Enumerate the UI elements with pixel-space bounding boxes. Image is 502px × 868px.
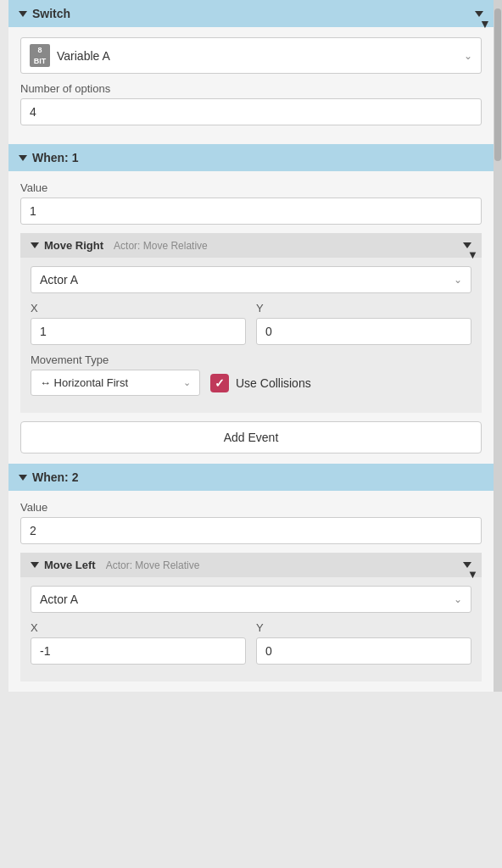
move-left-actor-value: Actor A: [40, 593, 78, 606]
move-left-subsection: Move Left Actor: Move Relative ▼ Actor A…: [20, 553, 482, 682]
when1-header-label: When: 1: [32, 151, 78, 164]
move-left-actor-group: Actor A ⌄: [31, 586, 471, 613]
bit-number: 8: [32, 45, 47, 56]
when1-section-body: Value Move Right Actor: Move Relative ▼: [8, 171, 494, 464]
move-right-collapse-icon: [31, 242, 39, 248]
move-right-menu-icon[interactable]: ▼: [463, 242, 471, 248]
move-right-y-field: Y: [256, 302, 471, 345]
move-left-y-input[interactable]: [256, 637, 471, 665]
use-collisions-container: ✓ Use Collisions: [210, 374, 311, 392]
when2-value-input[interactable]: [20, 517, 482, 544]
movement-dropdown-chevron: ⌄: [183, 377, 191, 388]
when2-value-group: Value: [20, 501, 482, 544]
switch-menu-icon[interactable]: ▼: [475, 11, 483, 17]
move-left-x-field: X: [31, 621, 246, 665]
move-right-actor-dropdown[interactable]: Actor A ⌄: [31, 266, 471, 293]
move-left-collapse-icon: [31, 562, 39, 568]
move-left-menu-icon[interactable]: ▼: [463, 562, 471, 568]
num-options-label: Number of options: [20, 82, 482, 95]
when1-value-label: Value: [20, 181, 482, 194]
variable-dropdown-chevron: ⌄: [464, 50, 472, 62]
movement-type-group: Movement Type ↔ Horizontal First ⌄ ✓ Use…: [31, 353, 471, 396]
move-right-actor-chevron: ⌄: [454, 274, 462, 286]
move-right-y-input[interactable]: [256, 318, 471, 345]
when1-section-header[interactable]: When: 1: [8, 144, 494, 171]
move-right-actor-value: Actor A: [40, 273, 78, 287]
variable-dropdown[interactable]: 8 BIT Variable A ⌄: [20, 37, 482, 74]
move-right-actor-label: Actor: Move Relative: [114, 240, 208, 252]
variable-field-group: 8 BIT Variable A ⌄: [20, 37, 482, 74]
variable-dropdown-label: Variable A: [57, 49, 457, 63]
bit-label: BIT: [32, 56, 47, 67]
when1-collapse-icon: [19, 155, 27, 161]
switch-collapse-icon: [19, 11, 27, 17]
move-right-x-field: X: [31, 302, 246, 345]
move-left-x-input[interactable]: [31, 637, 246, 665]
when2-collapse-icon: [19, 475, 27, 481]
when2-section-header[interactable]: When: 2: [8, 464, 494, 491]
num-options-field-group: Number of options: [20, 82, 482, 125]
when1-value-group: Value: [20, 181, 482, 225]
bit-badge: 8 BIT: [30, 44, 50, 67]
move-left-label: Move Left: [44, 559, 96, 571]
checkmark-icon: ✓: [215, 377, 225, 389]
num-options-input[interactable]: [20, 98, 482, 125]
use-collisions-checkbox[interactable]: ✓: [210, 374, 229, 392]
move-left-y-label: Y: [256, 621, 471, 634]
movement-row: ↔ Horizontal First ⌄ ✓ Use Collisions: [31, 370, 471, 396]
move-left-x-label: X: [31, 621, 246, 634]
move-right-xy-row: X Y: [31, 302, 471, 345]
move-left-actor-chevron: ⌄: [454, 593, 462, 605]
movement-option-label: ↔ Horizontal First: [40, 376, 128, 389]
move-right-y-label: Y: [256, 302, 471, 314]
page-wrapper: Switch ▼ 8 BIT Variable A ⌄ Number of op…: [0, 0, 502, 692]
switch-section-header[interactable]: Switch ▼: [8, 0, 494, 27]
when2-section-body: Value Move Left Actor: Move Relative ▼: [8, 491, 494, 692]
move-right-body: Actor A ⌄ X Y: [20, 258, 482, 413]
move-right-x-label: X: [31, 302, 246, 314]
move-left-actor-label: Actor: Move Relative: [106, 559, 200, 571]
when2-header-label: When: 2: [32, 470, 78, 484]
scrollbar-thumb[interactable]: [494, 8, 501, 161]
movement-dropdown[interactable]: ↔ Horizontal First ⌄: [31, 370, 200, 396]
switch-section-body: 8 BIT Variable A ⌄ Number of options: [8, 27, 494, 144]
move-right-header[interactable]: Move Right Actor: Move Relative ▼: [20, 233, 482, 258]
move-left-actor-dropdown[interactable]: Actor A ⌄: [31, 586, 471, 613]
movement-type-label: Movement Type: [31, 353, 471, 366]
move-left-header[interactable]: Move Left Actor: Move Relative ▼: [20, 553, 482, 577]
move-left-y-field: Y: [256, 621, 471, 665]
move-left-body: Actor A ⌄ X Y: [20, 577, 482, 682]
move-right-label: Move Right: [44, 239, 103, 252]
switch-header-label: Switch: [32, 7, 70, 20]
move-right-subsection: Move Right Actor: Move Relative ▼ Actor …: [20, 233, 482, 413]
scrollbar-track[interactable]: [494, 0, 502, 692]
use-collisions-label: Use Collisions: [236, 376, 311, 390]
move-right-actor-group: Actor A ⌄: [31, 266, 471, 293]
move-left-xy-row: X Y: [31, 621, 471, 665]
move-right-x-input[interactable]: [31, 318, 246, 345]
add-event-button[interactable]: Add Event: [20, 421, 482, 453]
when2-value-label: Value: [20, 501, 482, 514]
when1-value-input[interactable]: [20, 198, 482, 225]
